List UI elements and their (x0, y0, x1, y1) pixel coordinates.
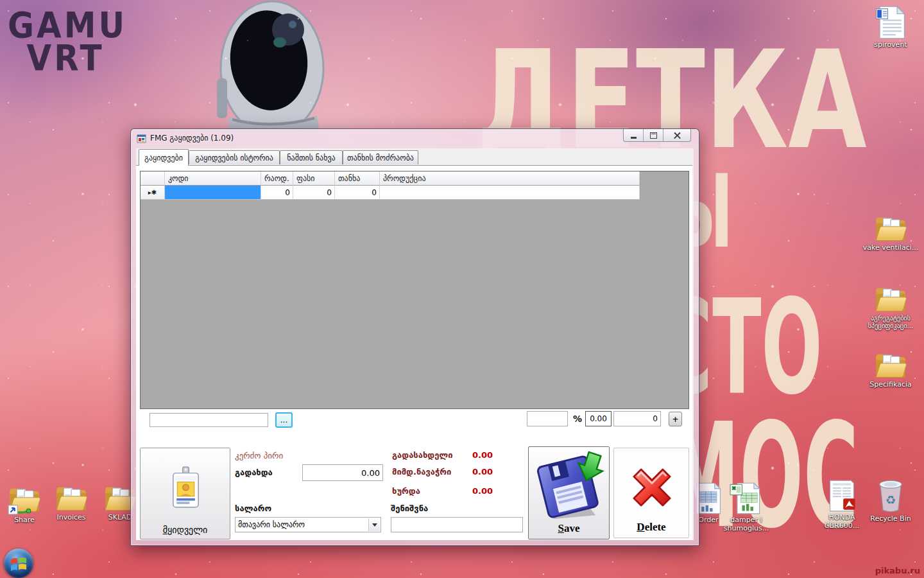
tab-sales[interactable]: გაყიდვები (139, 149, 189, 166)
tab-money-movement[interactable]: თანხის მოძრაობა (343, 150, 418, 164)
browse-button[interactable]: ... (275, 412, 293, 428)
percent-label: % (573, 414, 582, 424)
grid-col-price[interactable]: ფასი (293, 171, 335, 186)
folder-icon (55, 483, 88, 512)
cashbox-selected-value: მთავარი სალარო (238, 520, 305, 529)
payable-value: 0.00 (472, 450, 493, 460)
grid-corner-header[interactable] (141, 171, 165, 186)
grid-col-amount[interactable]: თანხა (335, 171, 380, 186)
save-button-label: Save (529, 522, 609, 535)
save-floppy-icon (535, 451, 604, 520)
start-button[interactable] (4, 548, 33, 578)
grid-cell-amount[interactable]: 0 (335, 186, 380, 200)
add-button[interactable]: + (669, 412, 682, 426)
desktop-icon-vake-ventilaci[interactable]: vake ventilaci... (862, 213, 919, 252)
delete-button-label: Delete (614, 521, 689, 534)
grid-col-product[interactable]: პროდუქცია (380, 171, 640, 186)
wallpaper-logo: GAMU VRT (8, 9, 123, 74)
tab-stock-view[interactable]: ნაშთის ნახვა (280, 150, 343, 164)
maximize-icon (650, 132, 657, 139)
payable-label: გადასახდელი (392, 450, 453, 460)
customer-type-label: კერძო პირი (235, 451, 283, 460)
chevron-down-icon[interactable] (368, 518, 380, 531)
buyer-button-label: მყიდველი (141, 525, 230, 535)
discount-percent-input[interactable] (585, 411, 612, 426)
close-button[interactable] (663, 129, 690, 141)
barcode-input[interactable] (150, 413, 268, 427)
payment-input[interactable] (302, 464, 383, 481)
recycle-bin-icon (875, 478, 906, 514)
desktop-icon-invoices[interactable]: Invoices (43, 483, 99, 522)
buyer-button[interactable]: მყიდველი (140, 448, 230, 539)
tab-label: გაყიდვების ისტორია (195, 153, 273, 162)
pdf-document-icon (826, 479, 857, 512)
desktop-icon-label: აგრეგატების სპეციფიკაცი... (858, 315, 923, 329)
discount-count-input[interactable] (613, 411, 661, 426)
desktop-icon-recycle-bin[interactable]: Recycle Bin (862, 478, 919, 523)
grid-row-header[interactable]: ▸✱ (141, 186, 165, 200)
close-icon (674, 132, 681, 139)
app-window: FMG გაყიდვები (1.09) გაყიდვები გაყიდვები… (130, 128, 699, 546)
delete-x-icon (623, 459, 681, 516)
folder-icon (874, 213, 907, 243)
window-title: FMG გაყიდვები (1.09) (150, 134, 234, 143)
grid-cell-price[interactable]: 0 (293, 186, 335, 200)
delete-button[interactable]: Delete (613, 448, 689, 538)
tab-label: თანხის მოძრაობა (347, 153, 414, 162)
desktop-icon-spirovent[interactable]: spirovent (862, 5, 919, 49)
minimize-button[interactable] (624, 129, 644, 141)
sales-grid: კოდი რაოდ. ფასი თანხა პროდუქცია ▸✱ 0 0 0 (140, 171, 689, 409)
windows-flag-icon (10, 555, 28, 572)
desktop-icon-label: HONDA CBR600... (814, 514, 870, 530)
desktop-icon-label: damper i shumoglus... (718, 516, 774, 532)
grid-cell-code-selected[interactable] (165, 186, 261, 200)
desktop: ДЕТКА Ы СТО МОС GAMU VRT spirovent vake … (0, 0, 924, 578)
grid-cell-qty[interactable]: 0 (261, 186, 293, 200)
change-label: ხურდა (392, 486, 420, 496)
grid-header-row: კოდი რაოდ. ფასი თანხა პროდუქცია (141, 171, 689, 186)
watermark: pikabu.ru (875, 566, 920, 575)
discount-qty-input[interactable] (527, 411, 568, 426)
window-titlebar[interactable]: FMG გაყიდვები (1.09) (131, 129, 699, 148)
window-client-area: გაყიდვები გაყიდვების ისტორია ნაშთის ნახვ… (136, 148, 694, 540)
desktop-icon-honda[interactable]: HONDA CBR600... (814, 479, 870, 530)
folder-icon (874, 350, 907, 380)
grid-cell-product[interactable] (380, 186, 640, 200)
cashbox-select[interactable]: მთავარი სალარო (235, 517, 381, 532)
desktop-icon-label: spirovent (862, 41, 919, 49)
payment-label: გადახდა (235, 468, 273, 477)
grid-col-qty[interactable]: რაოდ. (261, 171, 293, 186)
id-badge-icon (167, 466, 204, 510)
caption-buttons (623, 129, 691, 142)
desktop-icon-damper[interactable]: damper i shumoglus... (718, 482, 774, 532)
grid-new-row: ▸✱ 0 0 0 (141, 186, 689, 200)
maximize-button[interactable] (644, 129, 663, 141)
shared-folder-shortcut-icon (8, 483, 41, 515)
app-window-icon (137, 134, 147, 144)
current-sales-label: მიმდ.ნავაჭრი (392, 467, 451, 477)
desktop-icon-label: vake ventilaci... (862, 244, 919, 252)
word-document-icon (875, 5, 907, 40)
note-input[interactable] (391, 517, 523, 532)
wallpaper-logo-top: GAMU (8, 9, 123, 42)
desktop-icon-label: Invoices (43, 514, 99, 522)
grid-col-code[interactable]: კოდი (165, 171, 261, 186)
current-sales-value: 0.00 (472, 467, 493, 477)
desktop-icon-label: Specifikacia (862, 381, 919, 389)
tab-label: ნაშთის ნახვა (287, 153, 335, 162)
cashbox-label: სალარო (235, 504, 271, 513)
excel-document-icon (730, 482, 763, 515)
desktop-icon-label: Recycle Bin (862, 515, 919, 523)
wallpaper-logo-bottom: VRT (8, 42, 123, 74)
desktop-icon-specifikacia[interactable]: Specifikacia (862, 350, 919, 389)
minimize-icon (631, 137, 637, 139)
save-button[interactable]: Save (528, 446, 610, 539)
tab-label: გაყიდვები (144, 153, 183, 162)
tab-sales-history[interactable]: გაყიდვების ისტორია (189, 150, 280, 164)
tab-page-sales: კოდი რაოდ. ფასი თანხა პროდუქცია ▸✱ 0 0 0 (136, 165, 692, 540)
change-value: 0.00 (472, 486, 493, 496)
desktop-icon-agregatebis-specifikacia[interactable]: აგრეგატების სპეციფიკაცი... (858, 284, 923, 329)
note-label: შენიშვნა (391, 504, 428, 513)
folder-icon (874, 284, 907, 313)
